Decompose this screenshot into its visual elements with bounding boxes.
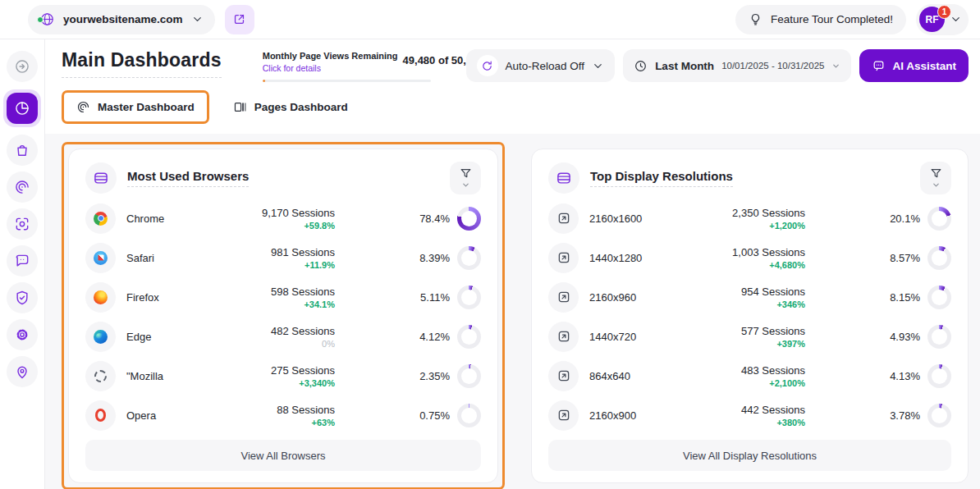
- sessions-value: 483 Sessions: [704, 364, 805, 377]
- user-menu[interactable]: RF 1: [916, 4, 969, 35]
- tab-label: Master Dashboard: [98, 101, 195, 113]
- list-item[interactable]: Edge 482 Sessions 0% 4.12%: [85, 317, 481, 356]
- list-item[interactable]: 1440x1280 1,003 Sessions +4,680% 8.57%: [548, 238, 951, 277]
- auto-reload-label: Auto-Reload Off: [506, 60, 585, 72]
- quota-details-link[interactable]: Click for details: [263, 63, 321, 73]
- notification-badge: 1: [937, 5, 951, 19]
- spiral-icon: [14, 179, 30, 195]
- sessions-value: 598 Sessions: [241, 286, 335, 298]
- percent-value: 2.35%: [419, 370, 450, 382]
- feature-tour-button[interactable]: Feature Tour Completed!: [735, 5, 906, 34]
- row-icon: [548, 400, 579, 431]
- chevron-down-icon: [461, 181, 470, 190]
- tab-master-dashboard[interactable]: Master Dashboard: [66, 94, 205, 120]
- resize-arrow-icon: [556, 368, 571, 383]
- percent-value: 8.57%: [890, 252, 920, 264]
- resize-arrow-icon: [556, 211, 571, 226]
- sidebar-item-dashboards[interactable]: [7, 93, 38, 124]
- date-range-picker[interactable]: Last Month 10/01/2025 - 10/31/2025: [623, 49, 851, 82]
- row-icon: [85, 203, 116, 234]
- sidebar-item-feedback[interactable]: [7, 245, 38, 276]
- focus-record-icon: [14, 216, 30, 232]
- delta-value: +1,200%: [704, 221, 805, 231]
- website-selector[interactable]: yourwebsitename.com: [28, 5, 215, 34]
- chevron-down-icon: [191, 13, 204, 25]
- row-icon: [548, 322, 579, 352]
- period-label: Last Month: [655, 60, 714, 72]
- chevron-down-icon: [831, 62, 840, 71]
- website-name: yourwebsitename.com: [63, 13, 183, 25]
- view-all-browsers-button[interactable]: View All Browsers: [85, 440, 481, 471]
- card-title: Most Used Browsers: [127, 169, 249, 187]
- view-all-resolutions-button[interactable]: View All Display Resolutions: [548, 440, 951, 471]
- chevron-down-icon: [592, 60, 604, 72]
- sidebar-item-heatmaps[interactable]: [7, 171, 38, 203]
- sessions-value: 2,350 Sessions: [704, 207, 805, 219]
- sidebar-item-settings[interactable]: [7, 319, 38, 350]
- list-item[interactable]: Chrome 9,170 Sessions +59.8% 78.4%: [85, 199, 481, 238]
- sidebar-item-session-replay[interactable]: [7, 208, 38, 240]
- donut-chart: [927, 246, 951, 270]
- filter-button[interactable]: [920, 162, 951, 194]
- list-item[interactable]: 1440x720 577 Sessions +397% 4.93%: [548, 317, 951, 356]
- chevron-down-icon: [932, 181, 941, 190]
- list-item[interactable]: 2160x1600 2,350 Sessions +1,200% 20.1%: [548, 199, 951, 238]
- ai-assistant-label: AI Assistant: [892, 60, 956, 72]
- dashboard-tabs: Master Dashboard Pages Dashboard: [62, 90, 969, 124]
- globe-icon: [39, 11, 55, 27]
- row-label: Firefox: [126, 291, 159, 304]
- resize-arrow-icon: [556, 290, 571, 304]
- auto-reload-dropdown[interactable]: Auto-Reload Off: [466, 49, 616, 82]
- resize-arrow-icon: [556, 250, 571, 265]
- donut-chart: [457, 325, 481, 349]
- shell: Main Dashboards Monthly Page Views Remai…: [0, 39, 980, 489]
- annotation-box-browsers-card: Most Used Browsers Chrome 9,170 Sessions…: [62, 142, 505, 489]
- sessions-value: 275 Sessions: [241, 364, 335, 377]
- list-item[interactable]: "Mozilla 275 Sessions +3,340% 2.35%: [85, 356, 481, 395]
- quota-progress-bar: [263, 80, 431, 82]
- resolutions-card: Top Display Resolutions 2160x1600 2,350 …: [531, 149, 969, 483]
- list-item[interactable]: 2160x900 442 Sessions +380% 3.78%: [548, 395, 951, 435]
- cards-zone: Most Used Browsers Chrome 9,170 Sessions…: [45, 134, 980, 489]
- filter-button[interactable]: [450, 162, 481, 194]
- list-item[interactable]: 2160x960 954 Sessions +346% 8.15%: [548, 277, 951, 317]
- percent-value: 0.75%: [419, 409, 450, 422]
- sessions-value: 577 Sessions: [704, 325, 805, 337]
- donut-chart: [927, 325, 951, 349]
- delta-value: +63%: [241, 418, 335, 427]
- list-item[interactable]: Firefox 598 Sessions +34.1% 5.11%: [85, 277, 481, 317]
- filter-funnel-icon: [929, 167, 943, 181]
- tab-pages-dashboard[interactable]: Pages Dashboard: [222, 94, 359, 120]
- chat-icon: [872, 59, 886, 73]
- donut-chart: [457, 404, 481, 427]
- list-item[interactable]: Opera 88 Sessions +63% 0.75%: [85, 395, 481, 435]
- list-item[interactable]: Safari 981 Sessions +11.9% 8.39%: [85, 238, 481, 277]
- list-item[interactable]: 864x640 483 Sessions +2,100% 4.13%: [548, 356, 951, 395]
- sidebar: [0, 39, 45, 489]
- row-icon: [548, 243, 579, 273]
- row-icon: [548, 203, 579, 234]
- sidebar-item-conversion[interactable]: [7, 135, 38, 166]
- status-dot: [37, 16, 44, 23]
- sidebar-item-collapse[interactable]: [7, 51, 38, 82]
- donut-chart: [927, 404, 951, 427]
- quota-label: Monthly Page Views Remaining: [263, 51, 398, 62]
- arrow-circle-icon: [14, 58, 30, 75]
- shield-check-icon: [14, 290, 30, 306]
- row-label: 1440x1280: [589, 252, 642, 264]
- columns-icon: [233, 100, 247, 114]
- delta-value: +59.8%: [241, 221, 335, 231]
- delta-value: 0%: [241, 339, 335, 349]
- percent-value: 5.11%: [420, 291, 450, 304]
- row-label: 864x640: [589, 370, 630, 382]
- external-link-icon: [232, 12, 246, 26]
- open-website-button[interactable]: [225, 5, 254, 34]
- pie-chart-icon: [14, 100, 30, 117]
- edge-icon: [94, 330, 108, 344]
- sidebar-item-seo[interactable]: [7, 356, 38, 387]
- sidebar-item-security[interactable]: [7, 282, 38, 313]
- donut-chart: [927, 364, 951, 388]
- ai-assistant-button[interactable]: AI Assistant: [859, 49, 969, 82]
- row-label: Edge: [126, 331, 151, 343]
- row-label: Chrome: [126, 213, 164, 225]
